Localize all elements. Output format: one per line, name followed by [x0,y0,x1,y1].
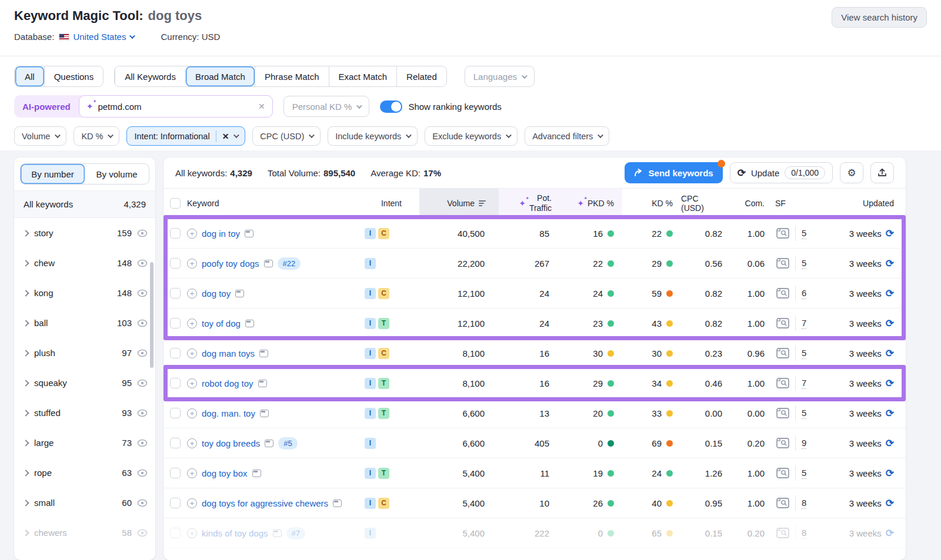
keyword-group-item[interactable]: squeaky 95 [14,368,155,398]
tab-match-type[interactable]: Related [396,66,446,86]
sf-count-link[interactable]: 5 [802,468,806,479]
filter-chip[interactable]: Advanced filters [525,126,609,146]
languages-dropdown[interactable]: Languages [465,66,535,87]
chevron-right-icon[interactable] [22,499,29,506]
keyword-link[interactable]: kinds of toy dogs [202,528,268,538]
refresh-metrics-icon[interactable]: ⟳ [886,378,894,388]
eye-icon[interactable] [136,227,148,239]
col-com[interactable]: Com. [740,189,775,218]
add-keyword-icon[interactable]: + [187,348,197,358]
add-keyword-icon[interactable]: + [187,259,197,269]
refresh-metrics-icon[interactable]: ⟳ [886,438,894,448]
tab-match-type[interactable]: All Keywords [115,66,185,86]
eye-icon[interactable] [136,527,148,539]
sf-count-link[interactable]: 6 [802,288,806,299]
col-kd[interactable]: KD % [622,189,681,218]
filter-chip[interactable]: Intent: Informational ✕ [126,126,245,146]
refresh-metrics-icon[interactable]: ⟳ [886,528,894,538]
eye-icon[interactable] [136,497,148,509]
export-button[interactable] [870,162,894,183]
refresh-metrics-icon[interactable]: ⟳ [886,498,894,508]
tab-match-type[interactable]: Exact Match [329,66,397,86]
tab-by-number[interactable]: By number [21,164,85,184]
keyword-group-item[interactable]: ball 103 [14,308,155,338]
filter-chip[interactable]: KD % [74,126,119,146]
table-settings-button[interactable]: ⚙ [840,162,863,183]
row-checkbox[interactable] [170,378,181,388]
keyword-group-item[interactable]: chew 148 [14,248,155,278]
keyword-link[interactable]: toy dog breeds [202,438,260,448]
serp-features-icon[interactable] [776,258,789,269]
keyword-group-item[interactable]: rope 63 [14,458,155,488]
serp-features-icon[interactable] [776,318,789,328]
filter-chip[interactable]: Volume [14,126,66,146]
chevron-right-icon[interactable] [22,440,29,446]
serp-preview-icon[interactable] [252,470,261,477]
eye-icon[interactable] [136,377,148,389]
send-keywords-button[interactable]: Send keywords [625,162,723,183]
serp-preview-icon[interactable] [245,230,253,237]
tab-match-type[interactable]: Broad Match [185,66,255,86]
row-checkbox[interactable] [170,468,181,478]
sf-count-link[interactable]: 8 [802,498,806,509]
keyword-group-item[interactable]: plush 97 [14,338,155,368]
chevron-right-icon[interactable] [22,260,29,266]
keyword-link[interactable]: dog man toys [202,348,255,358]
keyword-group-item[interactable]: stuffed 93 [14,398,155,428]
refresh-metrics-icon[interactable]: ⟳ [886,229,894,239]
tab-all-questions[interactable]: Questions [44,66,104,86]
chevron-right-icon[interactable] [22,230,29,236]
serp-features-icon[interactable] [776,528,789,538]
clear-input-icon[interactable]: ✕ [258,102,265,111]
serp-features-icon[interactable] [776,438,789,448]
col-sf[interactable]: SF [775,189,822,218]
chevron-right-icon[interactable] [22,410,29,416]
sf-count-link[interactable]: 9 [802,438,806,449]
sidebar-scrollbar[interactable] [150,262,154,368]
refresh-metrics-icon[interactable]: ⟳ [886,318,894,328]
update-button[interactable]: ⟳ Update 0/1,000 [730,162,833,183]
sf-count-link[interactable]: 5 [802,258,806,269]
serp-preview-icon[interactable] [245,320,254,327]
add-keyword-icon[interactable]: + [187,378,197,388]
eye-icon[interactable] [136,317,148,329]
view-search-history-button[interactable]: View search history [832,7,927,28]
row-checkbox[interactable] [170,438,181,448]
eye-icon[interactable] [136,437,148,449]
eye-icon[interactable] [136,347,148,359]
tab-match-type[interactable]: Phrase Match [255,66,329,86]
row-checkbox[interactable] [170,348,181,358]
chevron-right-icon[interactable] [22,380,29,386]
sf-count-link[interactable]: 5 [802,348,806,359]
serp-preview-icon[interactable] [258,380,267,387]
row-checkbox[interactable] [170,288,181,299]
tab-by-volume[interactable]: By volume [85,164,149,184]
eye-icon[interactable] [136,287,148,299]
col-intent[interactable]: Intent [363,189,419,218]
filter-chip[interactable]: Exclude keywords [425,126,518,146]
filter-chip[interactable]: CPC (USD) [252,126,321,146]
sf-count-link[interactable]: 7 [802,378,806,389]
row-checkbox[interactable] [170,498,181,508]
personal-kd-dropdown[interactable]: Personal KD % [283,96,370,117]
tab-all-questions[interactable]: All [15,66,44,86]
add-keyword-icon[interactable]: + [187,498,197,508]
keyword-link[interactable]: robot dog toy [202,378,253,388]
sf-count-link[interactable]: 7 [802,318,806,329]
col-volume[interactable]: Volume [419,189,499,218]
refresh-metrics-icon[interactable]: ⟳ [886,289,894,299]
keyword-link[interactable]: dog toy [202,289,231,299]
col-cpc[interactable]: CPC (USD) [681,189,740,218]
serp-features-icon[interactable] [776,348,789,358]
add-keyword-icon[interactable]: + [187,468,197,478]
chevron-right-icon[interactable] [22,529,29,536]
chevron-right-icon[interactable] [22,470,29,476]
add-keyword-icon[interactable]: + [187,528,197,538]
remove-filter-icon[interactable]: ✕ [222,132,229,141]
refresh-metrics-icon[interactable]: ⟳ [886,348,894,358]
chevron-right-icon[interactable] [22,350,29,356]
eye-icon[interactable] [136,467,148,479]
refresh-metrics-icon[interactable]: ⟳ [886,408,894,418]
eye-icon[interactable] [136,257,148,269]
refresh-metrics-icon[interactable]: ⟳ [886,468,894,478]
